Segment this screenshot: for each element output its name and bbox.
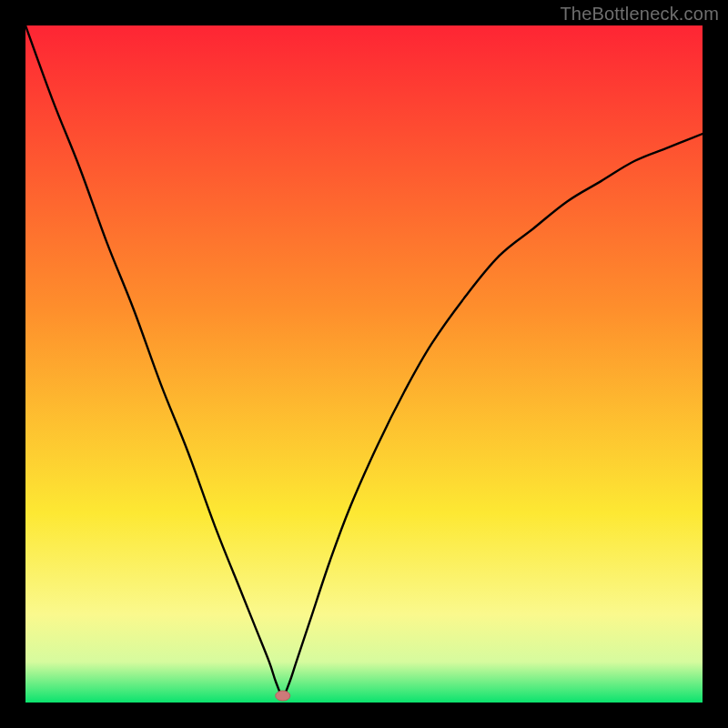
- chart-svg: [25, 25, 703, 703]
- attribution-label: TheBottleneck.com: [560, 4, 719, 25]
- optimal-point-marker: [276, 691, 290, 701]
- gradient-background: [25, 25, 703, 703]
- plot-area: [25, 25, 703, 703]
- chart-frame: TheBottleneck.com: [0, 0, 728, 728]
